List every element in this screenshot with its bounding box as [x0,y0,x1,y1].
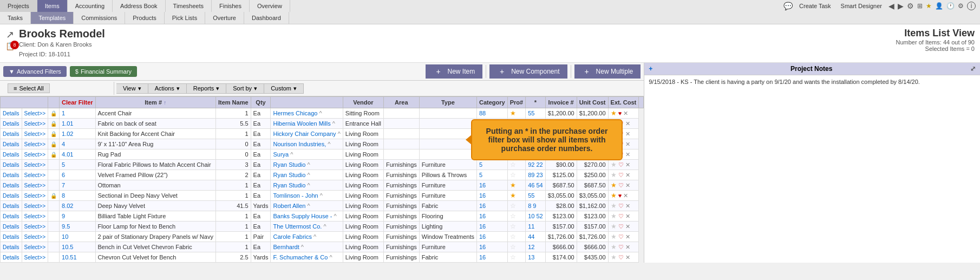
vendor-link[interactable]: Ryan Studio [273,172,305,178]
item-number[interactable]: 10 [62,233,68,240]
select-button[interactable]: Select>> [24,141,45,147]
pro-link[interactable]: 16 [479,213,486,219]
nav-pick-lists[interactable]: Pick Lists [165,12,205,24]
star-button[interactable]: ☆ [510,253,516,261]
row-heart-icon[interactable]: ♡ [618,254,624,261]
nav-finishes[interactable]: Finishes [212,0,250,12]
new-multiple-button[interactable]: + New Multiple [574,64,641,79]
details-button[interactable]: Details [3,152,19,158]
item-number[interactable]: 10.51 [62,254,77,261]
star-button[interactable]: ★ [510,181,516,189]
sort-by-dropdown[interactable]: Sort by ▾ [226,83,264,94]
invoice-link2[interactable]: 22 [536,161,543,168]
pro-link[interactable]: 16 [479,254,486,261]
row-heart-icon[interactable]: ♥ [618,110,622,116]
details-button[interactable]: Details [3,183,19,188]
row-delete-icon[interactable]: ✕ [625,203,630,209]
row-delete-icon[interactable]: ✕ [625,172,630,178]
row-heart-icon[interactable]: ♡ [618,213,624,219]
item-number[interactable]: 1 [62,110,65,116]
invoice-link2[interactable]: 9 [533,203,536,209]
invoice-link[interactable]: 8 [528,203,531,209]
row-delete-icon[interactable]: ✕ [625,223,630,230]
reports-dropdown[interactable]: Reports ▾ [187,83,227,94]
create-task-button[interactable]: Create Task [796,2,834,10]
star-button[interactable]: ☆ [510,243,516,251]
invoice-link[interactable]: 44 [528,233,534,240]
vendor-link[interactable]: F. Schumacher & Co [273,254,328,261]
item-number[interactable]: 5 [62,161,65,168]
vendor-link[interactable]: Banks Supply House - [273,213,332,219]
row-star-icon[interactable]: ★ [611,181,617,189]
row-star-icon[interactable]: ★ [611,192,617,199]
select-button[interactable]: Select>> [24,162,45,168]
star-button[interactable]: ☆ [510,233,516,240]
item-number[interactable]: 4 [62,141,65,147]
export-icon[interactable]: ↗ [6,29,14,41]
col-pro[interactable]: Pro# [507,97,525,108]
vendor-link[interactable]: Tomlinson - John [273,192,318,199]
details-button[interactable]: Details [3,234,19,240]
vendor-link[interactable]: The Uttermost Co. [273,223,322,230]
star-button[interactable]: ☆ [510,161,516,168]
invoice-link2[interactable]: 23 [536,172,543,178]
select-button[interactable]: Select>> [24,183,45,188]
item-number[interactable]: 1.01 [62,120,73,127]
select-button[interactable]: Select>> [24,110,45,116]
financial-summary-button[interactable]: $ Financial Summary [70,66,137,77]
row-delete-icon[interactable]: ✕ [625,120,630,127]
nav-tasks[interactable]: Tasks [0,12,31,24]
item-number[interactable]: 8 [62,192,65,199]
select-button[interactable]: Select>> [24,213,45,219]
select-button[interactable]: Select>> [24,255,45,261]
row-star-icon[interactable]: ★ [611,171,617,179]
forward-icon[interactable]: ▶ [898,2,904,10]
item-number[interactable]: 4.01 [62,151,73,158]
nav-templates[interactable]: Templates [31,12,74,24]
row-star-icon[interactable]: ★ [611,233,617,240]
details-button[interactable]: Details [3,172,19,178]
details-button[interactable]: Details [3,255,19,261]
nav-accounting[interactable]: Accounting [68,0,113,12]
row-delete-icon[interactable]: ✕ [625,213,630,219]
smart-designer-button[interactable]: Smart Designer [838,2,885,10]
invoice-link[interactable]: 92 [528,161,534,168]
col-clear-filter[interactable]: Clear Filter [60,97,95,108]
item-number[interactable]: 8.02 [62,203,73,209]
item-number[interactable]: 6 [62,172,65,178]
nav-products[interactable]: Products [125,12,164,24]
pro-link[interactable]: 16 [479,182,486,188]
row-delete-icon[interactable]: ✕ [623,110,628,116]
invoice-link[interactable]: 10 [528,213,534,219]
grid-icon[interactable]: ⊞ [917,2,923,10]
select-button[interactable]: Select>> [24,131,45,137]
row-heart-icon[interactable]: ♡ [618,203,624,209]
row-delete-icon[interactable]: ✕ [625,161,630,168]
row-heart-icon[interactable]: ♡ [618,223,624,230]
vendor-link[interactable]: Ryan Studio [273,161,305,168]
col-type[interactable]: Type [419,97,476,108]
invoice-link[interactable]: 89 [528,172,534,178]
details-button[interactable]: Details [3,224,19,230]
row-star-icon[interactable]: ★ [611,161,617,168]
details-button[interactable]: Details [3,121,19,127]
invoice-link2[interactable]: 52 [536,213,543,219]
row-star-icon[interactable]: ★ [611,253,617,261]
row-star-icon[interactable]: ★ [611,243,617,251]
vendor-link[interactable]: Surya [273,151,289,158]
row-heart-icon[interactable]: ♡ [618,182,624,188]
col-item-num[interactable]: Item # ↑ [95,97,215,108]
details-button[interactable]: Details [3,131,19,137]
col-star[interactable]: * [526,97,546,108]
select-button[interactable]: Select>> [24,172,45,178]
row-star-icon[interactable]: ★ [611,202,617,210]
item-number[interactable]: 10.5 [62,244,73,250]
select-all-button[interactable]: ≡ Select All [8,83,50,93]
col-ext-cost[interactable]: Ext. Cost [608,97,639,108]
col-category[interactable]: Category [476,97,507,108]
details-button[interactable]: Details [3,162,19,168]
row-delete-icon[interactable]: ✕ [625,151,630,158]
col-invoice[interactable]: Invoice # [545,97,577,108]
row-heart-icon[interactable]: ♡ [618,244,624,250]
back-icon[interactable]: ◀ [888,2,894,10]
